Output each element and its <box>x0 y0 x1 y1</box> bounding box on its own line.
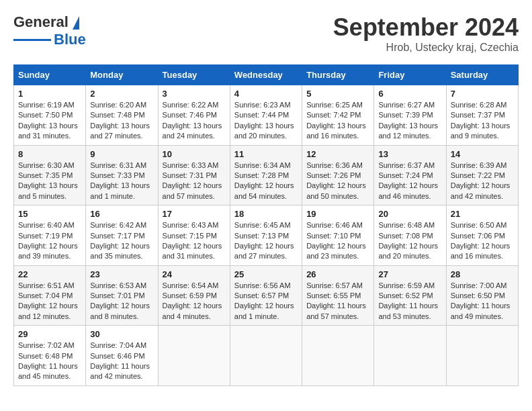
calendar-cell: 5 Sunrise: 6:25 AMSunset: 7:42 PMDayligh… <box>302 85 374 146</box>
calendar-cell: 6 Sunrise: 6:27 AMSunset: 7:39 PMDayligh… <box>374 85 446 146</box>
logo-triangle-icon <box>73 16 79 30</box>
day-info: Sunrise: 7:00 AMSunset: 6:50 PMDaylight:… <box>451 281 514 322</box>
calendar-cell: 30 Sunrise: 7:04 AMSunset: 6:46 PMDaylig… <box>86 326 158 386</box>
day-number: 17 <box>163 209 226 219</box>
calendar-cell: 22 Sunrise: 6:51 AMSunset: 7:04 PMDaylig… <box>14 265 86 326</box>
day-number: 3 <box>163 89 226 99</box>
page-header: General Blue September 2024 Hrob, Usteck… <box>13 13 519 54</box>
day-number: 2 <box>90 89 153 99</box>
day-info: Sunrise: 6:43 AMSunset: 7:15 PMDaylight:… <box>163 220 226 262</box>
day-info: Sunrise: 7:02 AMSunset: 6:48 PMDaylight:… <box>18 340 81 382</box>
calendar-cell: 27 Sunrise: 6:59 AMSunset: 6:52 PMDaylig… <box>374 265 446 326</box>
day-number: 1 <box>18 89 81 99</box>
title-block: September 2024 Hrob, Ustecky kraj, Czech… <box>333 13 519 54</box>
calendar-cell: 19 Sunrise: 6:46 AMSunset: 7:10 PMDaylig… <box>302 205 374 266</box>
day-number: 30 <box>90 329 153 339</box>
day-number: 16 <box>90 209 153 219</box>
calendar-cell <box>302 326 374 386</box>
day-info: Sunrise: 6:30 AMSunset: 7:35 PMDaylight:… <box>18 161 81 202</box>
calendar-cell <box>374 326 446 386</box>
day-info: Sunrise: 6:19 AMSunset: 7:50 PMDaylight:… <box>18 100 81 142</box>
calendar-cell <box>446 326 518 386</box>
day-number: 6 <box>378 89 441 99</box>
day-info: Sunrise: 6:28 AMSunset: 7:37 PMDaylight:… <box>451 100 514 142</box>
day-info: Sunrise: 6:37 AMSunset: 7:24 PMDaylight:… <box>378 161 441 202</box>
calendar-cell: 14 Sunrise: 6:39 AMSunset: 7:22 PMDaylig… <box>446 145 518 205</box>
day-number: 10 <box>163 149 226 159</box>
col-monday: Monday <box>86 65 158 85</box>
logo-line <box>13 39 51 41</box>
calendar-cell: 11 Sunrise: 6:34 AMSunset: 7:28 PMDaylig… <box>230 145 302 205</box>
col-wednesday: Wednesday <box>230 65 302 85</box>
day-number: 15 <box>18 209 81 219</box>
col-sunday: Sunday <box>14 65 86 85</box>
calendar-week-row: 8 Sunrise: 6:30 AMSunset: 7:35 PMDayligh… <box>14 145 519 205</box>
day-info: Sunrise: 6:36 AMSunset: 7:26 PMDaylight:… <box>306 161 369 202</box>
col-tuesday: Tuesday <box>158 65 230 85</box>
day-info: Sunrise: 6:42 AMSunset: 7:17 PMDaylight:… <box>90 220 153 262</box>
logo-blue: Blue <box>54 31 86 48</box>
day-info: Sunrise: 6:50 AMSunset: 7:06 PMDaylight:… <box>451 220 514 262</box>
day-info: Sunrise: 6:25 AMSunset: 7:42 PMDaylight:… <box>306 100 369 142</box>
calendar-cell: 7 Sunrise: 6:28 AMSunset: 7:37 PMDayligh… <box>446 85 518 146</box>
calendar-cell: 4 Sunrise: 6:23 AMSunset: 7:44 PMDayligh… <box>230 85 302 146</box>
day-number: 7 <box>451 89 514 99</box>
calendar-cell: 16 Sunrise: 6:42 AMSunset: 7:17 PMDaylig… <box>86 205 158 266</box>
day-info: Sunrise: 6:27 AMSunset: 7:39 PMDaylight:… <box>378 100 441 142</box>
day-info: Sunrise: 6:54 AMSunset: 6:59 PMDaylight:… <box>163 281 226 322</box>
day-number: 18 <box>234 209 298 219</box>
day-number: 22 <box>18 269 81 279</box>
day-number: 24 <box>163 269 226 279</box>
calendar-cell: 23 Sunrise: 6:53 AMSunset: 7:01 PMDaylig… <box>86 265 158 326</box>
calendar-cell: 3 Sunrise: 6:22 AMSunset: 7:46 PMDayligh… <box>158 85 230 146</box>
calendar-week-row: 29 Sunrise: 7:02 AMSunset: 6:48 PMDaylig… <box>14 326 519 386</box>
logo: General Blue <box>13 13 86 48</box>
day-info: Sunrise: 6:48 AMSunset: 7:08 PMDaylight:… <box>378 220 441 262</box>
day-info: Sunrise: 6:33 AMSunset: 7:31 PMDaylight:… <box>163 161 226 202</box>
day-number: 12 <box>306 149 369 159</box>
calendar-cell: 25 Sunrise: 6:56 AMSunset: 6:57 PMDaylig… <box>230 265 302 326</box>
calendar-header-row: Sunday Monday Tuesday Wednesday Thursday… <box>14 65 519 85</box>
day-number: 23 <box>90 269 153 279</box>
day-number: 28 <box>451 269 514 279</box>
day-number: 20 <box>378 209 441 219</box>
day-number: 27 <box>378 269 441 279</box>
day-info: Sunrise: 6:59 AMSunset: 6:52 PMDaylight:… <box>378 281 441 322</box>
calendar-cell: 20 Sunrise: 6:48 AMSunset: 7:08 PMDaylig… <box>374 205 446 266</box>
day-number: 26 <box>306 269 369 279</box>
day-info: Sunrise: 6:34 AMSunset: 7:28 PMDaylight:… <box>234 161 298 202</box>
day-number: 19 <box>306 209 369 219</box>
calendar-week-row: 1 Sunrise: 6:19 AMSunset: 7:50 PMDayligh… <box>14 85 519 146</box>
calendar-cell: 8 Sunrise: 6:30 AMSunset: 7:35 PMDayligh… <box>14 145 86 205</box>
day-info: Sunrise: 6:51 AMSunset: 7:04 PMDaylight:… <box>18 281 81 322</box>
day-info: Sunrise: 6:46 AMSunset: 7:10 PMDaylight:… <box>306 220 369 262</box>
calendar-week-row: 22 Sunrise: 6:51 AMSunset: 7:04 PMDaylig… <box>14 265 519 326</box>
calendar-cell: 26 Sunrise: 6:57 AMSunset: 6:55 PMDaylig… <box>302 265 374 326</box>
calendar-cell: 1 Sunrise: 6:19 AMSunset: 7:50 PMDayligh… <box>14 85 86 146</box>
day-info: Sunrise: 6:22 AMSunset: 7:46 PMDaylight:… <box>163 100 226 142</box>
day-number: 14 <box>451 149 514 159</box>
calendar-cell: 21 Sunrise: 6:50 AMSunset: 7:06 PMDaylig… <box>446 205 518 266</box>
calendar-cell: 17 Sunrise: 6:43 AMSunset: 7:15 PMDaylig… <box>158 205 230 266</box>
day-info: Sunrise: 6:31 AMSunset: 7:33 PMDaylight:… <box>90 161 153 202</box>
day-info: Sunrise: 6:57 AMSunset: 6:55 PMDaylight:… <box>306 281 369 322</box>
day-number: 9 <box>90 149 153 159</box>
day-info: Sunrise: 6:20 AMSunset: 7:48 PMDaylight:… <box>90 100 153 142</box>
calendar-cell: 24 Sunrise: 6:54 AMSunset: 6:59 PMDaylig… <box>158 265 230 326</box>
calendar-cell: 13 Sunrise: 6:37 AMSunset: 7:24 PMDaylig… <box>374 145 446 205</box>
day-number: 29 <box>18 329 81 339</box>
day-info: Sunrise: 6:40 AMSunset: 7:19 PMDaylight:… <box>18 220 81 262</box>
col-friday: Friday <box>374 65 446 85</box>
day-info: Sunrise: 6:23 AMSunset: 7:44 PMDaylight:… <box>234 100 298 142</box>
day-info: Sunrise: 7:04 AMSunset: 6:46 PMDaylight:… <box>90 340 153 382</box>
col-thursday: Thursday <box>302 65 374 85</box>
calendar-cell: 10 Sunrise: 6:33 AMSunset: 7:31 PMDaylig… <box>158 145 230 205</box>
day-number: 8 <box>18 149 81 159</box>
location-title: Hrob, Ustecky kraj, Czechia <box>333 42 519 54</box>
day-info: Sunrise: 6:56 AMSunset: 6:57 PMDaylight:… <box>234 281 298 322</box>
day-number: 4 <box>234 89 298 99</box>
calendar-cell <box>158 326 230 386</box>
day-info: Sunrise: 6:39 AMSunset: 7:22 PMDaylight:… <box>451 161 514 202</box>
calendar-cell: 9 Sunrise: 6:31 AMSunset: 7:33 PMDayligh… <box>86 145 158 205</box>
calendar-week-row: 15 Sunrise: 6:40 AMSunset: 7:19 PMDaylig… <box>14 205 519 266</box>
